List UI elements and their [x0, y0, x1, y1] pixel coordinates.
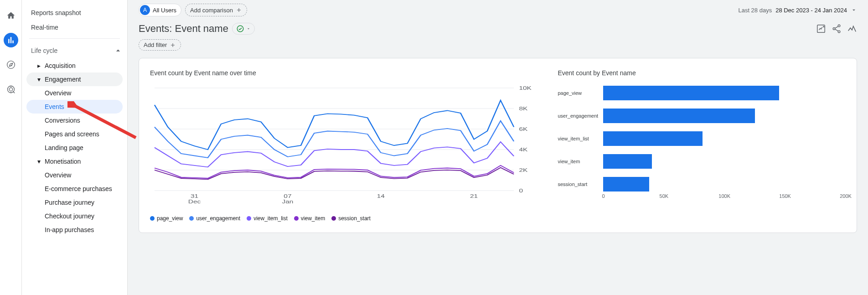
nav-engagement-events[interactable]: Events — [26, 100, 123, 114]
nav-monetisation[interactable]: ▾Monetisation — [26, 155, 123, 168]
legend-item[interactable]: view_item_list — [247, 215, 288, 222]
nav-acquisition[interactable]: ▸Acquisition — [26, 59, 123, 72]
main-content: A All Users Add comparison Last 28 days … — [128, 0, 868, 295]
nav-life-cycle-label: Life cycle — [31, 47, 57, 54]
date-range: 28 Dec 2023 - 24 Jan 2024 — [775, 7, 847, 14]
bar-row: view_item_list — [558, 131, 846, 146]
svg-text:Dec: Dec — [188, 199, 201, 204]
bar-row: view_item — [558, 154, 846, 169]
nav-life-cycle[interactable]: Life cycle — [26, 42, 127, 59]
line-chart-title: Event count by Event name over time — [150, 69, 539, 77]
insights-icon[interactable] — [847, 24, 857, 34]
bar-chart-title: Event count by Event name — [558, 69, 846, 77]
add-filter-button[interactable]: Add filter — [139, 39, 181, 51]
filter-bar: Add filter — [128, 37, 868, 58]
svg-text:2K: 2K — [519, 167, 527, 173]
legend-item[interactable]: user_engagement — [189, 215, 240, 222]
svg-point-4 — [838, 25, 840, 27]
plus-icon — [236, 7, 242, 13]
audience-chip[interactable]: A All Users — [139, 4, 181, 16]
nav-engagement-pages[interactable]: Pages and screens — [26, 127, 123, 141]
bar-label: user_engagement — [558, 113, 599, 119]
share-icon[interactable] — [832, 24, 842, 34]
page-title: Events: Event name — [139, 23, 228, 35]
svg-text:21: 21 — [470, 193, 478, 199]
svg-text:14: 14 — [377, 193, 385, 199]
title-actions — [816, 24, 857, 34]
nav-engagement-landing[interactable]: Landing page — [26, 141, 123, 155]
nav-engagement-overview[interactable]: Overview — [26, 86, 123, 100]
svg-text:0: 0 — [519, 188, 523, 193]
svg-text:07: 07 — [284, 193, 291, 199]
nav-sidebar: Reports snapshot Real-time Life cycle ▸A… — [22, 0, 128, 295]
top-bar: A All Users Add comparison Last 28 days … — [128, 0, 868, 20]
explore-icon[interactable] — [4, 57, 18, 72]
svg-point-2 — [237, 26, 243, 32]
legend-item[interactable]: view_item — [294, 215, 325, 222]
chevron-up-icon — [114, 46, 123, 55]
dimension-picker[interactable] — [232, 23, 255, 35]
home-icon[interactable] — [4, 8, 18, 23]
legend-item[interactable]: session_start — [331, 215, 371, 222]
nav-reports-snapshot[interactable]: Reports snapshot — [26, 5, 123, 20]
line-chart-panel: Event count by Event name over time 02K4… — [150, 69, 539, 222]
title-bar: Events: Event name — [128, 20, 868, 37]
check-circle-icon — [236, 25, 244, 33]
nav-engagement-conversions[interactable]: Conversions — [26, 114, 123, 127]
reports-icon[interactable] — [4, 33, 18, 47]
svg-point-6 — [838, 31, 840, 33]
svg-text:8K: 8K — [519, 106, 527, 111]
svg-point-1 — [9, 88, 13, 91]
svg-text:10K: 10K — [519, 85, 532, 91]
nav-engagement[interactable]: ▾Engagement — [26, 72, 123, 86]
svg-text:6K: 6K — [519, 126, 527, 132]
line-chart: 02K4K6K8K10K31Dec07Jan1421 — [155, 86, 539, 204]
chart-card: Event count by Event name over time 02K4… — [139, 58, 857, 233]
audience-label: All Users — [153, 7, 176, 14]
line-chart-legend: page_viewuser_engagementview_item_listvi… — [150, 215, 539, 222]
nav-realtime[interactable]: Real-time — [26, 20, 123, 35]
customize-icon[interactable] — [816, 24, 826, 34]
advertising-icon[interactable] — [4, 82, 18, 97]
bar-label: view_item — [558, 158, 599, 165]
date-range-picker[interactable]: Last 28 days 28 Dec 2023 - 24 Jan 2024 — [738, 7, 857, 14]
nav-monetisation-overview[interactable]: Overview — [26, 168, 123, 182]
legend-item[interactable]: page_view — [150, 215, 183, 222]
bar-row: user_engagement — [558, 109, 846, 123]
bar-label: session_start — [558, 181, 599, 187]
bar-row: session_start — [558, 177, 846, 191]
nav-monetisation-inapp[interactable]: In-app purchases — [26, 223, 123, 237]
svg-text:4K: 4K — [519, 147, 527, 152]
bar-chart: page_viewuser_engagementview_item_listvi… — [558, 86, 846, 191]
bar-row: page_view — [558, 86, 846, 100]
date-period: Last 28 days — [738, 7, 772, 14]
chevron-down-icon — [851, 7, 857, 13]
plus-icon — [170, 42, 176, 48]
svg-text:Jan: Jan — [282, 199, 293, 204]
nav-monetisation-checkout-journey[interactable]: Checkout journey — [26, 209, 123, 223]
bar-chart-panel: Event count by Event name page_viewuser_… — [558, 69, 846, 222]
nav-monetisation-purchase-journey[interactable]: Purchase journey — [26, 196, 123, 209]
chevron-down-icon — [246, 26, 251, 31]
bar-label: page_view — [558, 90, 599, 96]
add-comparison-button[interactable]: Add comparison — [185, 4, 247, 16]
icon-sidebar — [0, 0, 22, 295]
bar-chart-axis: 050K100K150K200K — [603, 193, 846, 202]
nav-monetisation-ecommerce[interactable]: E-commerce purchases — [26, 182, 123, 196]
bar-label: view_item_list — [558, 135, 599, 142]
svg-text:31: 31 — [191, 193, 198, 199]
audience-letter: A — [140, 5, 150, 15]
